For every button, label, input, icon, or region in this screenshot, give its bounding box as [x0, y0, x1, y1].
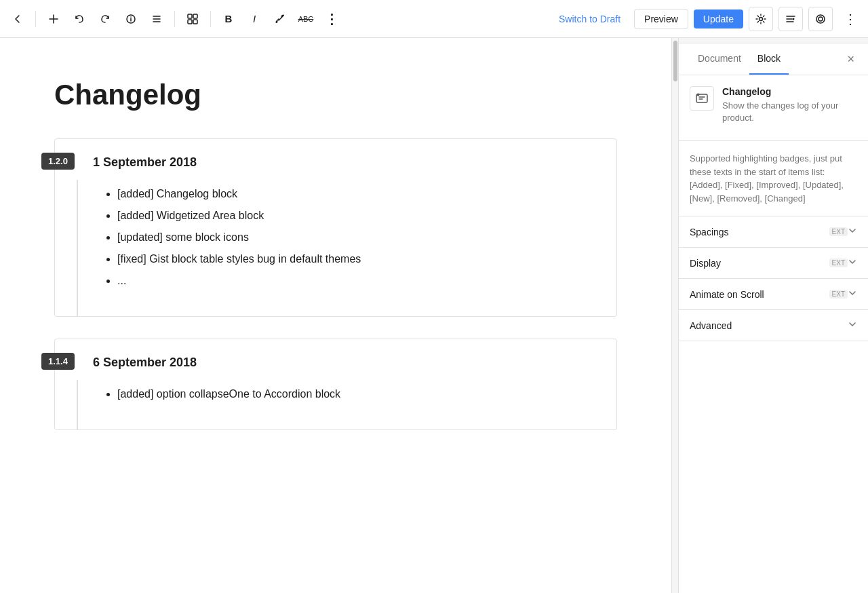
tab-block[interactable]: Block — [749, 43, 789, 75]
toolbar: B I ABC ⋮ Switch to Draft Preview Update — [0, 0, 868, 38]
section-animate-toggle[interactable]: Animate on Scroll EXT — [679, 279, 868, 309]
section-animate-on-scroll: Animate on Scroll EXT — [679, 279, 868, 310]
panel-close-button[interactable]: × — [844, 43, 857, 75]
svg-point-1 — [130, 16, 132, 18]
editor-container: Changelog 1.2.0 1 September 2018 [added]… — [0, 38, 678, 593]
spacings-chevron-icon — [848, 226, 857, 237]
list-item: ... — [117, 273, 595, 289]
version-badge-1: 1.2.0 — [41, 153, 75, 170]
svg-point-11 — [697, 94, 700, 96]
settings-icon — [755, 14, 766, 24]
entry-list-2: [added] option collapseOne to Accordion … — [117, 386, 595, 402]
svg-rect-2 — [188, 14, 192, 18]
list-item: [added] Widgetized Area block — [117, 208, 595, 224]
bold-button[interactable]: B — [216, 7, 241, 31]
animate-chevron-icon — [848, 288, 857, 300]
svg-rect-3 — [193, 14, 197, 18]
right-panel: Document Block × Changelog Show the chan… — [678, 38, 868, 593]
entry-list-1: [added] Changelog block [added] Widgetiz… — [117, 186, 595, 289]
entry-line-2 — [77, 380, 78, 429]
section-advanced-toggle[interactable]: Advanced — [679, 310, 868, 341]
section-advanced: Advanced — [679, 310, 868, 341]
tab-document[interactable]: Document — [690, 43, 749, 75]
customize-icon — [785, 14, 796, 24]
entry-date-2: 6 September 2018 — [93, 356, 595, 370]
block-tools-button[interactable] — [180, 7, 205, 31]
block-info-header: Changelog Show the changes log of your p… — [690, 86, 857, 124]
undo-button[interactable] — [67, 7, 92, 31]
switch-to-draft-button[interactable]: Switch to Draft — [551, 9, 629, 28]
changelog-entry-2: 1.1.4 6 September 2018 [added] option co… — [54, 339, 617, 430]
block-description: Show the changes log of your product. — [722, 100, 857, 124]
editor-scroll-thumb — [673, 41, 677, 81]
update-button[interactable]: Update — [694, 9, 743, 28]
info-icon — [125, 14, 136, 24]
animate-ext-badge: EXT — [829, 290, 848, 299]
view-icon — [815, 14, 826, 24]
list-view-button[interactable] — [144, 7, 169, 31]
preview-button[interactable]: Preview — [634, 9, 688, 29]
main-area: Changelog 1.2.0 1 September 2018 [added]… — [0, 38, 868, 593]
changelog-block-icon — [695, 92, 709, 105]
page-title: Changelog — [54, 79, 617, 111]
section-animate-title: Animate on Scroll — [690, 289, 825, 300]
redo-button[interactable] — [93, 7, 117, 31]
version-badge-2: 1.1.4 — [41, 353, 75, 370]
section-display-title: Display — [690, 258, 825, 269]
customize-button[interactable] — [778, 7, 803, 31]
overflow-menu-button[interactable]: ⋮ — [838, 7, 863, 31]
block-title: Changelog — [722, 86, 857, 97]
toolbar-divider-1 — [35, 11, 36, 27]
section-spacings-title: Spacings — [690, 227, 825, 237]
toolbar-divider-2 — [174, 11, 175, 27]
undo-icon — [74, 14, 85, 24]
editor-area[interactable]: Changelog 1.2.0 1 September 2018 [added]… — [0, 38, 671, 593]
highlight-info: Supported highlighting badges, just put … — [679, 141, 868, 216]
list-item: [updated] some block icons — [117, 229, 595, 246]
info-button[interactable] — [119, 7, 143, 31]
svg-rect-4 — [188, 20, 192, 24]
section-spacings-toggle[interactable]: Spacings EXT — [679, 216, 868, 247]
more-options-button[interactable]: ⋮ — [319, 7, 344, 31]
section-display: Display EXT — [679, 248, 868, 279]
add-icon — [48, 14, 59, 24]
link-icon — [275, 14, 285, 24]
list-item: [added] option collapseOne to Accordion … — [117, 386, 595, 402]
toolbar-right-group: Switch to Draft Preview Update ⋮ — [551, 7, 863, 31]
entry-line-1 — [77, 180, 78, 316]
list-item: [added] Changelog block — [117, 186, 595, 202]
settings-button[interactable] — [749, 7, 773, 31]
toolbar-divider-3 — [210, 11, 211, 27]
view-button[interactable] — [808, 7, 833, 31]
redo-icon — [100, 14, 111, 24]
display-ext-badge: EXT — [829, 259, 848, 267]
block-tools-icon — [186, 13, 199, 25]
strikethrough-button[interactable]: ABC — [294, 7, 318, 31]
add-block-button[interactable] — [41, 7, 66, 31]
back-button[interactable] — [5, 7, 30, 31]
svg-point-6 — [760, 17, 763, 20]
advanced-chevron-icon — [848, 320, 857, 331]
svg-rect-5 — [193, 20, 197, 24]
entry-date-1: 1 September 2018 — [93, 155, 595, 170]
svg-point-8 — [818, 17, 823, 21]
list-item: [fixed] Gist block table styles bug in d… — [117, 251, 595, 267]
link-button[interactable] — [268, 7, 292, 31]
section-spacings: Spacings EXT — [679, 216, 868, 248]
panel-scroll-indicator — [679, 38, 868, 43]
section-advanced-title: Advanced — [690, 320, 848, 331]
editor-scroll-track[interactable] — [671, 38, 678, 593]
italic-button[interactable]: I — [242, 7, 267, 31]
list-icon — [151, 14, 162, 24]
spacings-ext-badge: EXT — [829, 227, 848, 236]
display-chevron-icon — [848, 257, 857, 269]
svg-point-7 — [793, 18, 795, 20]
toolbar-left-group: B I ABC ⋮ — [5, 7, 344, 31]
block-icon — [690, 86, 714, 111]
panel-tabs: Document Block × — [679, 43, 868, 75]
svg-point-9 — [816, 15, 825, 23]
block-info-text: Changelog Show the changes log of your p… — [722, 86, 857, 124]
block-info-section: Changelog Show the changes log of your p… — [679, 75, 868, 141]
back-icon — [12, 14, 23, 24]
section-display-toggle[interactable]: Display EXT — [679, 248, 868, 278]
